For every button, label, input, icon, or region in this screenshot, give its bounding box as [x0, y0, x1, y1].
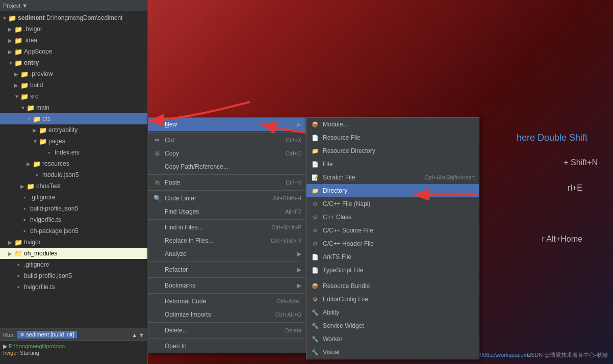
run-content: ▶ E:\hongmengNpm\noo hvigor Starting [0, 341, 147, 358]
tree-item-ohostest[interactable]: ▶ 📁 ohosTest [0, 180, 147, 192]
file-icon: ▪ [20, 194, 29, 201]
folder-icon: 📁 [8, 14, 16, 21]
menu-item-find-usages[interactable]: Find Usages Alt+F7 [148, 205, 305, 218]
menu-item-replace-in-files[interactable]: Replace in Files... Ctrl+Shift+R [148, 234, 305, 247]
shortcut: Ctrl+Alt+O [275, 311, 301, 318]
tree-item-main[interactable]: ▼ 📁 main [0, 102, 147, 113]
tree-item-hvigor[interactable]: ▶ 📁 .hvigor [0, 23, 147, 35]
tree-label: entry [24, 59, 39, 66]
menu-item-code-linter[interactable]: 🔍 Code Linter Alt+Shift+H [148, 192, 305, 205]
separator [148, 132, 305, 133]
folder-icon: 📁 [14, 239, 22, 246]
menu-item-refactor[interactable]: Refactor ▶ [148, 263, 305, 276]
resource-file-icon: 📄 [311, 135, 320, 141]
tree-item-hvigorfile2[interactable]: ▪ hvigorfile.ts [0, 281, 147, 293]
expand-arrow: ▶ [8, 49, 14, 55]
tree-item-modulejson[interactable]: ▪ module.json5 [0, 169, 147, 180]
tree-item-gitignore2[interactable]: ▪ .gitignore [0, 259, 147, 270]
folder-icon: 📁 [14, 37, 22, 44]
submenu-item-arkts[interactable]: 📄 ArkTS File [306, 250, 479, 264]
tree-item-gitignore1[interactable]: ▪ .gitignore [0, 192, 147, 203]
submenu: 📦 Module... 📄 Resource File 📁 Resource D… [306, 117, 479, 359]
tree-item-buildprofile1[interactable]: ▪ build-profile.json5 [0, 203, 147, 214]
submenu-item-resource-directory[interactable]: 📁 Resource Directory [306, 144, 479, 158]
submenu-item-scratch-file[interactable]: 📝 Scratch File Ctrl+Alt+Shift+Insert [306, 171, 479, 184]
submenu-item-service-widget[interactable]: 🔧 Service Widget [306, 319, 479, 332]
submenu-item-directory[interactable]: 📁 Directory [306, 184, 479, 197]
menu-item-find-in-files[interactable]: Find in Files... Ctrl+Shift+F [148, 221, 305, 234]
submenu-item-file[interactable]: 📄 File [306, 158, 479, 171]
run-label: Run: [3, 332, 15, 338]
menu-item-delete[interactable]: Delete... Delete [148, 324, 305, 337]
tree-item-entryability[interactable]: ▶ 📁 entryability [0, 124, 147, 136]
tree-item-entry[interactable]: ▼ 📁 entry [0, 57, 147, 68]
submenu-item-cpp-header[interactable]: ⚙ C/C++ Header File [306, 237, 479, 250]
scratch-file-icon: 📝 [311, 174, 320, 181]
menu-item-optimize[interactable]: Optimize Imports Ctrl+Alt+O [148, 308, 305, 321]
tree-item-hvigorfile1[interactable]: ▪ hvigorfile.ts [0, 214, 147, 225]
folder-icon: 📁 [14, 250, 22, 257]
submenu-item-worker[interactable]: 🔧 Worker [306, 332, 479, 346]
submenu-item-resource-file[interactable]: 📄 Resource File [306, 131, 479, 144]
tree-label: build-profile.json5 [30, 205, 78, 212]
menu-item-copy[interactable]: ⎘ Copy Ctrl+C [148, 147, 305, 160]
submenu-item-cpp-class[interactable]: ⚙ C++ Class [306, 211, 479, 224]
tree-label: hvigorfile.ts [30, 216, 61, 223]
submenu-item-visual[interactable]: 🔧 Visual [306, 346, 479, 359]
submenu-item-cpp-napi[interactable]: ⚙ C/C++ File (Napi) [306, 197, 479, 211]
submenu-item-ability[interactable]: 🔧 Ability [306, 306, 479, 319]
menu-label: Cut [165, 137, 174, 144]
menu-item-analyze[interactable]: Analyze ▶ [148, 247, 305, 261]
file-icon: ▪ [33, 171, 41, 178]
submenu-label: Worker [323, 335, 342, 343]
submenu-item-editorconfig[interactable]: ⚙ EditorConfig File [306, 293, 479, 306]
tree-label: pages [48, 138, 65, 145]
tree-item-ohpackage[interactable]: ▪ oh-package.json5 [0, 225, 147, 237]
submenu-arrow: ▶ [297, 282, 301, 289]
submenu-item-module[interactable]: 📦 Module... [306, 118, 479, 131]
submenu-item-cpp-source[interactable]: ⚙ C/C++ Source File [306, 224, 479, 237]
module-icon: 📦 [311, 121, 320, 128]
menu-item-reformat[interactable]: Reformat Code Ctrl+Alt+L [148, 295, 305, 308]
shortcut: Alt+Shift+H [273, 195, 301, 201]
tree-item-ohmodules[interactable]: ▶ 📁 oh_modules [0, 248, 147, 259]
tree-item-sediment[interactable]: ▼ 📁 sediment D:\hongmengDom\sediment [0, 12, 147, 23]
sidebar-header: Project ▼ [0, 0, 147, 11]
cpp-source-icon: ⚙ [311, 227, 320, 234]
submenu-item-typescript[interactable]: 📄 TypeScript File [306, 264, 479, 277]
tree-item-appscope[interactable]: ▶ 📁 AppScope [0, 46, 147, 57]
tree-item-hvigor2[interactable]: ▶ 📁 hvigor [0, 237, 147, 248]
menu-item-cut[interactable]: ✂ Cut Ctrl+X [148, 134, 305, 147]
menu-item-new[interactable]: New ▶ [148, 118, 305, 131]
cpp-class-icon: ⚙ [311, 214, 320, 221]
tree-label: hvigorfile.ts [24, 283, 55, 291]
tree-item-buildprofile2[interactable]: ▪ build-profile.json5 [0, 270, 147, 281]
menu-label: Delete... [165, 327, 188, 334]
menu-item-open-in[interactable]: Open In [148, 340, 305, 353]
typescript-icon: 📄 [311, 267, 320, 274]
separator [148, 262, 305, 262]
tree-item-build[interactable]: ▶ 📁 build [0, 80, 147, 91]
tree-label: module.json5 [42, 171, 79, 178]
tree-item-resources[interactable]: ▶ 📁 resources [0, 158, 147, 169]
separator [148, 174, 305, 175]
submenu-item-resource-bundle[interactable]: 📦 Resource Bundle [306, 279, 479, 293]
menu-label: Paste [165, 179, 181, 186]
folder-icon: 📁 [20, 70, 29, 77]
menu-item-paste[interactable]: ⎗ Paste Ctrl+V [148, 176, 305, 189]
folder-icon: 📁 [27, 104, 35, 111]
tree-item-ets[interactable]: ▼ 📁 ets [0, 113, 147, 124]
expand-arrow: ▼ [20, 105, 27, 111]
tree-item-indexets[interactable]: ▪ Index.ets [0, 147, 147, 158]
run-tab[interactable]: ✕ sediment [build init] [17, 331, 77, 339]
tree-item-src[interactable]: ▼ 📁 src [0, 91, 147, 102]
tree-item-preview[interactable]: ▶ 📁 .preview [0, 68, 147, 80]
submenu-arrow: ▶ [297, 266, 301, 273]
service-widget-icon: 🔧 [311, 323, 320, 329]
ability-icon: 🔧 [311, 309, 320, 316]
menu-item-copy-path[interactable]: Copy Path/Reference... [148, 160, 305, 173]
expand-arrow: ▶ [27, 161, 33, 167]
menu-item-bookmarks[interactable]: Bookmarks ▶ [148, 279, 305, 292]
tree-item-pages[interactable]: ▼ 📁 pages [0, 136, 147, 147]
tree-item-idea[interactable]: ▶ 📁 .idea [0, 35, 147, 46]
